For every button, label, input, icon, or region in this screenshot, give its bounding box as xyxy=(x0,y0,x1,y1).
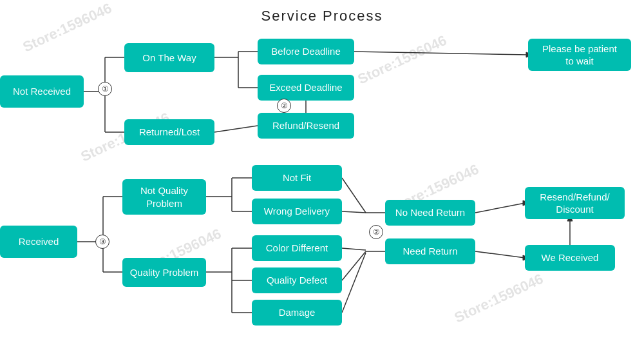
box-resend-refund: Resend/Refund/Discount xyxy=(525,187,625,219)
box-no-need-return: No Need Return xyxy=(385,200,475,226)
svg-line-12 xyxy=(214,126,258,132)
circle-label-1: ① xyxy=(98,82,112,96)
svg-line-30 xyxy=(342,251,366,280)
box-color-different: Color Different xyxy=(252,235,342,261)
box-before-deadline: Before Deadline xyxy=(258,39,354,64)
box-we-received: We Received xyxy=(525,245,615,271)
box-need-return: Need Return xyxy=(385,238,475,264)
svg-line-29 xyxy=(342,248,366,250)
svg-line-35 xyxy=(475,251,525,258)
box-not-fit: Not Fit xyxy=(252,165,342,191)
circle-label-3: ③ xyxy=(95,235,109,249)
box-not-received: Not Received xyxy=(0,75,84,108)
box-please-be-patient: Please be patientto wait xyxy=(528,39,631,71)
box-quality-problem: Quality Problem xyxy=(122,258,206,287)
svg-line-26 xyxy=(342,178,366,213)
svg-line-31 xyxy=(342,253,366,313)
box-received: Received xyxy=(0,226,77,258)
circle-label-2-top: ② xyxy=(277,99,291,113)
svg-line-8 xyxy=(354,52,528,55)
box-quality-defect: Quality Defect xyxy=(252,267,342,293)
box-refund-resend: Refund/Resend xyxy=(258,113,354,139)
box-returned-lost: Returned/Lost xyxy=(124,119,214,145)
circle-label-2-bot: ② xyxy=(369,225,383,239)
page-title: Service Process xyxy=(0,0,644,24)
box-not-quality-problem: Not QualityProblem xyxy=(122,179,206,215)
box-wrong-delivery: Wrong Delivery xyxy=(252,199,342,224)
svg-line-33 xyxy=(475,203,525,213)
svg-line-27 xyxy=(342,211,366,213)
watermark-2: Store:1596046 xyxy=(355,32,449,88)
box-damage: Damage xyxy=(252,300,342,326)
box-exceed-deadline: Exceed Deadline xyxy=(258,75,354,101)
watermark-6: Store:1596046 xyxy=(451,271,545,327)
box-on-the-way: On The Way xyxy=(124,43,214,72)
